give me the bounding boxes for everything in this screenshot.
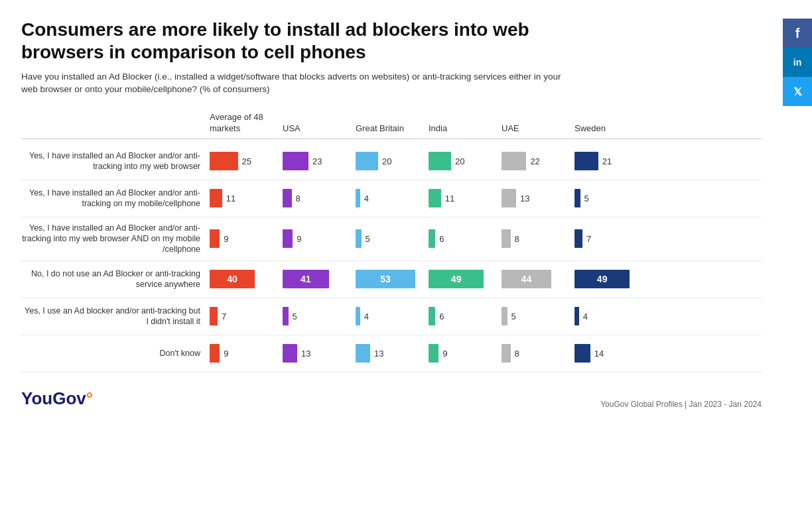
row-label: Yes, I have installed an Ad Blocker and/… (21, 223, 207, 255)
bar-cell-uae: 5 (499, 307, 572, 325)
row-label: Yes, I use an Ad blocker and/or anti-tra… (21, 306, 207, 327)
bar-cell-india: 20 (426, 152, 499, 170)
bar-usa: 41 (283, 270, 329, 288)
bar-usa (283, 189, 292, 207)
bar-cell-uae: 13 (499, 189, 572, 207)
bar-cell-gb: 4 (353, 189, 426, 207)
bar-cell-india: 6 (426, 307, 499, 325)
data-rows-container: Yes, I have installed an Ad Blocker and/… (21, 143, 762, 372)
page-title: Consumers are more likely to install ad … (21, 19, 565, 63)
row-label: Yes, I have installed an Ad Blocker and/… (21, 150, 207, 172)
bar-uae: 44 (502, 270, 551, 288)
bar-label-sweden: 21 (602, 156, 612, 166)
col-header-gb: Great Britain (353, 123, 426, 135)
bar-label-gb: 53 (380, 274, 391, 284)
bar-label-usa: 13 (301, 349, 310, 359)
bar-cell-uae: 8 (499, 229, 572, 248)
bar-label-gb: 4 (364, 194, 369, 203)
bar-india (429, 152, 451, 170)
bar-label-uae: 5 (511, 312, 516, 321)
bar-cell-avg: 9 (207, 344, 280, 363)
facebook-icon: f (795, 26, 800, 41)
bar-cell-uae: 44 (499, 270, 572, 288)
bar-cell-usa: 13 (280, 344, 353, 363)
bar-avg (210, 307, 218, 325)
bar-label-usa: 5 (293, 312, 297, 321)
bar-gb: 53 (356, 270, 415, 288)
bar-gb (356, 344, 370, 363)
bar-cell-sweden: 21 (572, 152, 645, 170)
linkedin-icon: in (793, 57, 801, 68)
bar-label-sweden: 5 (584, 194, 589, 203)
bar-india (429, 229, 435, 248)
bar-label-india: 20 (455, 156, 464, 166)
bar-label-usa: 23 (312, 156, 322, 166)
footer: YouGov° YouGov Global Profiles | Jan 202… (21, 383, 762, 409)
bar-cell-avg: 9 (207, 229, 280, 248)
twitter-icon: 𝕏 (793, 86, 802, 98)
bar-label-avg: 25 (242, 156, 251, 166)
bar-cell-sweden: 49 (572, 270, 645, 288)
row-label: Yes, I have installed an Ad Blocker and/… (21, 188, 207, 209)
bar-cell-sweden: 5 (572, 189, 645, 207)
bar-label-avg: 9 (224, 234, 228, 244)
bar-avg (210, 189, 222, 207)
bar-usa (283, 344, 297, 363)
bar-sweden (575, 189, 580, 207)
bar-cell-avg: 7 (207, 307, 280, 325)
subtitle: Have you installed an Ad Blocker (i.e., … (21, 71, 565, 96)
table-row: Yes, I have installed an Ad Blocker and/… (21, 143, 762, 180)
bar-uae (502, 344, 511, 363)
bar-india (429, 344, 439, 363)
bar-uae (502, 152, 526, 170)
bar-label-usa: 9 (297, 234, 301, 244)
bar-label-india: 9 (442, 349, 447, 359)
linkedin-button[interactable]: in (783, 48, 812, 77)
social-sidebar: f in 𝕏 (783, 19, 812, 106)
bar-sweden (575, 229, 582, 248)
footer-note: YouGov Global Profiles | Jan 2023 - Jan … (600, 400, 762, 409)
bar-label-uae: 8 (515, 234, 519, 244)
bar-usa (283, 307, 289, 325)
bar-sweden (575, 344, 590, 363)
bar-cell-uae: 22 (499, 152, 572, 170)
bar-avg (210, 344, 220, 363)
bar-label-gb: 20 (382, 156, 391, 166)
bar-label-india: 6 (439, 312, 444, 321)
bar-gb (356, 307, 360, 325)
bar-india (429, 189, 441, 207)
bar-usa (283, 229, 293, 248)
bar-gb (356, 189, 360, 207)
bar-label-sweden: 14 (594, 349, 604, 359)
bar-cell-gb: 13 (353, 344, 426, 363)
chart-area: Average of 48 markets USA Great Britain … (21, 112, 762, 372)
bar-label-uae: 44 (521, 274, 532, 284)
yougov-logo: YouGov° (21, 388, 93, 409)
bar-cell-usa: 41 (280, 270, 353, 288)
bar-cell-avg: 11 (207, 189, 280, 207)
bar-label-avg: 9 (224, 349, 228, 359)
bar-sweden (575, 307, 579, 325)
bar-label-avg: 40 (227, 274, 237, 284)
facebook-button[interactable]: f (783, 19, 812, 48)
bar-gb (356, 152, 378, 170)
row-label: Don't know (21, 348, 207, 359)
table-row: Yes, I have installed an Ad Blocker and/… (21, 180, 762, 217)
bar-cell-sweden: 14 (572, 344, 645, 363)
bar-avg (210, 229, 220, 248)
main-container: Consumers are more likely to install ad … (0, 0, 783, 422)
bar-cell-sweden: 7 (572, 229, 645, 248)
bar-label-india: 11 (445, 194, 454, 203)
bar-cell-usa: 23 (280, 152, 353, 170)
chart-header-row: Average of 48 markets USA Great Britain … (21, 112, 762, 139)
bar-uae (502, 229, 511, 248)
bar-cell-india: 11 (426, 189, 499, 207)
col-header-india: India (426, 123, 499, 135)
bar-label-uae: 8 (515, 349, 519, 359)
bar-sweden: 49 (575, 270, 630, 288)
twitter-button[interactable]: 𝕏 (783, 77, 812, 106)
bar-label-gb: 4 (364, 312, 369, 321)
col-header-avg: Average of 48 markets (207, 112, 280, 135)
col-header-sweden: Sweden (572, 123, 645, 135)
bar-cell-uae: 8 (499, 344, 572, 363)
